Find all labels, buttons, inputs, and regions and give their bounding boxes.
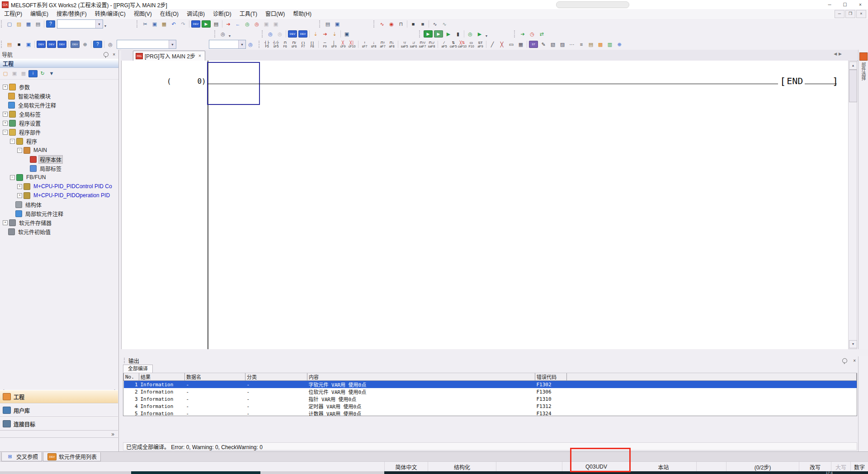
nav-view-button-连接目标[interactable]: 连接目标 [0,417,118,431]
scrollbar-thumb[interactable] [849,70,857,102]
trace-point-icon[interactable]: ◉ [387,20,396,28]
expand-icon[interactable]: + [17,193,22,198]
note-icon[interactable]: ▤ [586,40,595,48]
redo-icon[interactable]: ↷ [179,20,188,28]
ladder-symbol-sF5[interactable]: ┤/├sF5 [272,40,280,49]
monitor-dim1-icon[interactable]: ▣ [262,20,271,28]
cross-ref-icon[interactable]: ⊞ [5,453,14,461]
zoom-plus-icon[interactable]: ⊕ [615,40,624,48]
project-combo[interactable]: ▼ [57,19,103,28]
collapse-icon[interactable]: − [3,130,8,135]
search-dim-icon[interactable]: ◎ [275,30,284,38]
ladder-symbol-F5[interactable]: ┤├F5 [263,40,271,49]
monitor-run-icon[interactable]: ▶ [444,30,453,38]
ladder-symbol-cF10[interactable]: ╳│cF10 [348,40,356,49]
dock-tab-软元件使用列表[interactable]: DEV软元件使用列表 [43,452,101,461]
wave2-icon[interactable]: ∿ [440,20,449,28]
element-selection-strip[interactable]: 部件选择 [858,50,868,451]
nav-view-button-用户库[interactable]: 用户库 [0,403,118,417]
dev-box3-icon[interactable]: DEV [57,41,66,48]
toolbar-grip[interactable] [137,20,140,28]
collapse-icon[interactable]: − [17,148,22,153]
tab-scroll-right-icon[interactable]: ▶ [839,52,842,56]
verify-offline-icon[interactable]: ◎ [252,20,261,28]
jump-target-icon[interactable]: ➔ [321,30,330,38]
tree-item[interactable]: +全局标签 [0,109,118,118]
ladder-symbol-F10[interactable]: ▭F10 [467,40,476,49]
monitor-dim2-icon[interactable]: ▣ [271,20,280,28]
mdi-minimize-button[interactable]: ─ [835,10,844,18]
toolbar-grip[interactable] [514,30,517,38]
minimize-button[interactable]: ─ [822,0,837,9]
toolbar-grip[interactable] [214,30,217,38]
copy-item-icon[interactable]: ▣ [10,70,19,78]
menu-item[interactable]: 帮助(H) [289,9,316,19]
device-test-icon[interactable]: ▥ [605,40,614,48]
ladder-symbol-saF7[interactable]: ⊓↑/saF7 [418,40,427,49]
menu-item[interactable]: 搜索/替换(F) [52,9,91,19]
ladder-editor[interactable]: ( 0) [ END ] [121,61,849,349]
nav-view-button-工程[interactable]: 工程 [0,390,118,403]
pin-icon[interactable] [842,358,847,363]
scroll-up-icon[interactable]: ▲ [849,62,857,70]
toolbar-overflow-icon[interactable]: ▼ [103,19,108,28]
view-buttons-options[interactable]: » [0,431,118,438]
project-window-icon[interactable]: ▤ [5,40,14,48]
search-device-icon[interactable]: ◎ [266,30,275,38]
read-mode-icon[interactable]: ▧ [548,40,557,48]
menu-item[interactable]: 工程(P) [0,9,26,19]
ladder-symbol-aF7[interactable]: ⊓↑aF7 [378,40,387,49]
mdi-close-button[interactable]: × [856,10,866,18]
menu-item[interactable]: 诊断(D) [209,9,236,19]
screen-monitor-icon[interactable]: ▣ [333,20,342,28]
menu-item[interactable]: 在线(O) [156,9,183,19]
monitor-stop-icon[interactable]: ▶ [434,30,443,38]
jump-back-icon[interactable]: ⇣ [330,30,339,38]
ladder-symbol-caF5[interactable]: ⇅caF5 [449,40,458,49]
tree-item[interactable]: +参数 [0,82,118,91]
editor-vscrollbar[interactable]: ▲ ▼ [848,61,857,349]
find-monitor-icon[interactable]: ◎ [466,30,475,38]
comment-icon[interactable]: ⋯ [567,40,576,48]
expand-icon[interactable]: + [3,112,8,117]
monitor-all-icon[interactable]: ▶ [475,30,484,38]
toolbar-grip[interactable] [419,30,422,38]
exec-refresh-icon[interactable]: ⇄ [537,30,546,38]
write-mode-icon[interactable]: ▨ [558,40,567,48]
tree-item[interactable]: +程序设置 [0,118,118,128]
dev-display1-icon[interactable]: DEV [288,30,297,38]
jump-down-icon[interactable]: ⇣ [311,30,320,38]
scroll-down-icon[interactable]: ▼ [849,340,857,348]
trace-curve-icon[interactable]: ∿ [377,20,387,28]
device-batch-icon[interactable]: ▤ [212,20,221,28]
toolbar-grip[interactable] [1,20,4,28]
collapse-icon[interactable]: − [10,139,15,144]
read-from-plc-icon[interactable]: ← [233,20,242,28]
expand-icon[interactable]: + [3,121,8,126]
edit-mode-icon[interactable]: ✎ [539,40,548,48]
cut-icon[interactable]: ✂ [141,20,150,28]
compile-result-row[interactable]: 1Information--字软元件 VAR用 使用0点F1302 [124,381,857,389]
dev-display2-icon[interactable]: DEV [298,30,307,38]
output-tab-compile-all[interactable]: 全部编译 [123,365,153,373]
tree-item[interactable]: 局部标签 [0,164,118,173]
output-splitter[interactable] [121,349,868,356]
filter-icon[interactable]: ▼ [47,70,56,78]
toolbar-grip[interactable] [262,30,265,38]
maximize-button[interactable]: ☐ [837,0,853,9]
toolbar-grip[interactable] [373,20,377,28]
save-icon[interactable]: ▦ [24,20,33,28]
tree-item[interactable]: +M+CPU-PID_PIDOperation PID [0,191,118,200]
tree-item[interactable]: −FB/FUN [0,173,118,182]
ladder-symbol-caF10[interactable]: ╳⇅caF10 [458,40,467,49]
anchor-icon[interactable]: ⊕ [80,40,90,48]
close-panel-icon[interactable]: × [111,52,117,57]
black-window-icon[interactable]: ■ [14,40,24,48]
editor-tab[interactable]: PRG [PRG]写入 MAIN 2步 × [133,51,205,61]
paste-item-icon[interactable]: ▦ [19,70,28,78]
new-file-icon[interactable]: ▢ [5,20,14,28]
ladder-symbol-saF6[interactable]: ↓/saF6 [409,40,418,49]
close-panel-icon[interactable]: × [852,358,857,363]
ladder-symbol-cF9[interactable]: ╳cF9 [339,40,347,49]
statement-icon[interactable]: ≡ [577,40,586,48]
